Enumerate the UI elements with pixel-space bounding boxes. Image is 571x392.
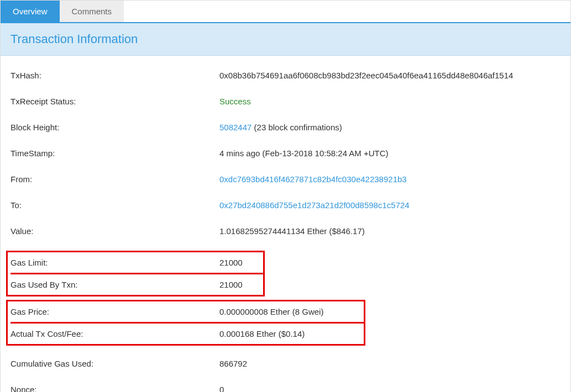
- label-txcost: Actual Tx Cost/Fee:: [11, 329, 219, 338]
- row-txhash: TxHash: 0x08b36b754691aa6f0608cb983bd23f…: [11, 69, 560, 81]
- row-blockheight: Block Height: 5082447 (23 block confirma…: [11, 121, 560, 133]
- label-cumulative: Cumulative Gas Used:: [11, 359, 219, 368]
- value-txhash: 0x08b36b754691aa6f0608cb983bd23f2eec045a…: [219, 71, 560, 80]
- highlight-gas-price-cost: Gas Price: 0.000000008 Ether (8 Gwei) Ac…: [6, 300, 365, 346]
- label-nonce: Nonce:: [11, 385, 219, 393]
- row-status: TxReceipt Status: Success: [11, 95, 560, 107]
- tab-bar: Overview Comments: [1, 1, 570, 23]
- transaction-panel: Overview Comments Transaction Informatio…: [0, 0, 571, 392]
- panel-header: Transaction Information: [1, 23, 570, 56]
- link-to-address[interactable]: 0x27bd240886d755e1d273a21d2f00d8598c1c57…: [219, 200, 410, 210]
- value-nonce: 0: [219, 385, 560, 393]
- row-gasprice: Gas Price: 0.000000008 Ether (8 Gwei): [11, 301, 364, 322]
- label-txhash: TxHash:: [11, 71, 219, 80]
- transaction-body: TxHash: 0x08b36b754691aa6f0608cb983bd23f…: [1, 56, 570, 392]
- tab-overview[interactable]: Overview: [1, 1, 60, 22]
- label-gasprice: Gas Price:: [11, 307, 219, 316]
- row-txcost: Actual Tx Cost/Fee: 0.000168 Ether ($0.1…: [11, 322, 364, 344]
- tab-comments[interactable]: Comments: [60, 1, 124, 22]
- label-value: Value:: [11, 226, 219, 236]
- value-gasprice: 0.000000008 Ether (8 Gwei): [219, 307, 364, 316]
- label-timestamp: TimeStamp:: [11, 149, 219, 158]
- row-value: Value: 1.01682595274441134 Ether ($846.1…: [11, 225, 560, 237]
- row-gaslimit: Gas Limit: 21000: [11, 252, 263, 273]
- link-from-address[interactable]: 0xdc7693bd416f4627871c82b4fc030e42238921…: [219, 174, 407, 184]
- value-from: 0xdc7693bd416f4627871c82b4fc030e42238921…: [219, 174, 560, 184]
- text-confirmations: (23 block confirmations): [252, 123, 342, 132]
- label-blockheight: Block Height:: [11, 123, 219, 132]
- panel-title: Transaction Information: [11, 32, 560, 46]
- row-nonce: Nonce: 0: [11, 383, 560, 392]
- value-gasused: 21000: [219, 280, 263, 289]
- label-to: To:: [11, 200, 219, 210]
- row-cumulative: Cumulative Gas Used: 866792: [11, 357, 560, 369]
- highlight-gas-limit-used: Gas Limit: 21000 Gas Used By Txn: 21000: [6, 251, 265, 296]
- label-gasused: Gas Used By Txn:: [11, 280, 219, 289]
- value-gaslimit: 21000: [219, 258, 263, 267]
- label-status: TxReceipt Status:: [11, 97, 219, 106]
- value-timestamp: 4 mins ago (Feb-13-2018 10:58:24 AM +UTC…: [219, 149, 560, 158]
- label-gaslimit: Gas Limit:: [11, 258, 219, 267]
- label-from: From:: [11, 174, 219, 184]
- row-gasused: Gas Used By Txn: 21000: [11, 273, 263, 295]
- value-blockheight: 5082447 (23 block confirmations): [219, 123, 560, 132]
- value-cumulative: 866792: [219, 359, 560, 368]
- value-txcost: 0.000168 Ether ($0.14): [219, 329, 364, 338]
- value-value: 1.01682595274441134 Ether ($846.17): [219, 226, 560, 236]
- link-blockheight[interactable]: 5082447: [219, 123, 252, 132]
- row-from: From: 0xdc7693bd416f4627871c82b4fc030e42…: [11, 173, 560, 185]
- row-to: To: 0x27bd240886d755e1d273a21d2f00d8598c…: [11, 199, 560, 211]
- value-to: 0x27bd240886d755e1d273a21d2f00d8598c1c57…: [219, 200, 560, 210]
- row-timestamp: TimeStamp: 4 mins ago (Feb-13-2018 10:58…: [11, 147, 560, 159]
- value-status: Success: [219, 97, 560, 106]
